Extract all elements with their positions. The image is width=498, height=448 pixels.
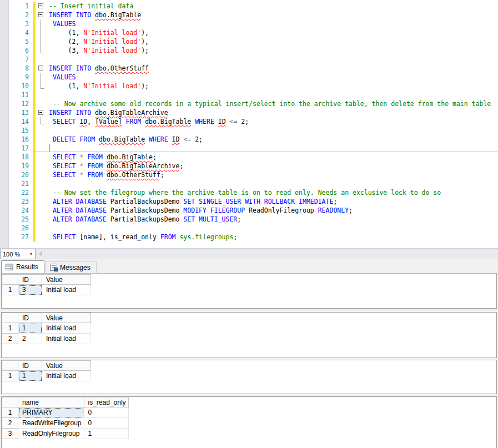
row-number-cell[interactable]: 2 <box>2 334 18 344</box>
data-cell[interactable]: ReadOnlyFilegroup <box>18 429 84 439</box>
code-token: SELECT <box>53 118 79 125</box>
tab-results[interactable]: Results <box>1 260 44 273</box>
row-number-cell[interactable]: 1 <box>2 323 18 334</box>
row-number-cell[interactable]: 2 <box>2 418 18 429</box>
fold-region[interactable] <box>36 2 49 11</box>
line-number: 6 <box>0 46 31 55</box>
editor-line[interactable]: 12 -- Now archive some old records in a … <box>0 99 498 108</box>
selected-cell[interactable]: 3 <box>18 285 42 295</box>
editor-line[interactable]: 3 VALUES <box>0 19 498 28</box>
line-number: 26 <box>0 224 31 233</box>
code-token: ), <box>141 29 149 37</box>
fold-margin <box>36 82 49 90</box>
editor-line[interactable]: 4 (1, N'Initial load'), <box>0 28 498 37</box>
row-number-cell[interactable]: 3 <box>2 429 18 439</box>
data-cell[interactable]: Initial load <box>42 285 91 295</box>
code-token: <= <box>183 135 191 143</box>
tab-messages[interactable]: Messages <box>46 261 97 273</box>
grid-corner-cell[interactable] <box>2 361 18 371</box>
selected-cell[interactable]: 1 <box>18 323 42 334</box>
column-header[interactable]: Value <box>42 275 91 285</box>
code-token: N'Initial load' <box>83 29 141 37</box>
editor-line[interactable]: 15 <box>0 126 498 135</box>
editor-line[interactable]: 1-- Insert initial data <box>0 2 498 11</box>
collapse-minus-icon[interactable] <box>38 110 43 115</box>
data-cell[interactable]: 2 <box>18 334 42 344</box>
editor-line[interactable]: 18 SELECT * FROM dbo.BigTable; <box>0 153 498 162</box>
fold-region[interactable] <box>36 64 49 73</box>
editor-line[interactable]: 20 SELECT * FROM dbo.OtherStuff; <box>0 170 498 179</box>
editor-line[interactable]: 22 -- Now set the filegroup where the ar… <box>0 188 498 197</box>
code-text: (1, N'Initial load'); <box>49 82 498 90</box>
grid-corner-cell[interactable] <box>2 397 18 407</box>
column-header[interactable]: name <box>18 397 84 407</box>
editor-horizontal-scrollbar[interactable] <box>36 249 498 259</box>
editor-line[interactable]: 8INSERT INTO dbo.OtherStuff <box>0 64 498 73</box>
data-cell[interactable]: Initial load <box>42 334 91 344</box>
code-token <box>49 215 53 223</box>
editor-line[interactable]: 16 DELETE FROM dbo.BigTable WHERE ID <= … <box>0 135 498 144</box>
code-token <box>49 189 53 197</box>
editor-line[interactable]: 9 VALUES <box>0 73 498 82</box>
table-row: 3ReadOnlyFilegroup1 <box>2 429 129 439</box>
data-cell[interactable]: Initial load <box>42 371 91 381</box>
fold-region[interactable] <box>36 108 49 117</box>
misspelled-identifier: dbo.OtherStuff <box>107 171 160 179</box>
editor-line[interactable]: 21 <box>0 179 498 188</box>
column-header[interactable]: Value <box>42 313 91 323</box>
editor-line[interactable]: 24 ALTER DATABASE PartialBackupsDemo MOD… <box>0 206 498 215</box>
tab-label: Results <box>16 263 38 271</box>
editor-bottom-bar: 100 % ▾ <box>0 248 498 259</box>
editor-line[interactable]: 7 <box>0 55 498 64</box>
data-cell[interactable]: 0 <box>84 418 128 429</box>
editor-line[interactable]: 6 (3, N'Initial load'); <box>0 46 498 55</box>
editor-line[interactable]: 10 (1, N'Initial load'); <box>0 82 498 90</box>
selected-cell[interactable]: PRIMARY <box>18 407 84 418</box>
code-text <box>49 224 498 233</box>
line-number: 5 <box>0 37 31 46</box>
column-header[interactable]: is_read_only <box>84 397 128 407</box>
row-number-cell[interactable]: 1 <box>2 285 18 295</box>
line-number: 15 <box>0 126 31 135</box>
column-header[interactable]: ID <box>18 275 42 285</box>
editor-line[interactable]: 23 ALTER DATABASE PartialBackupsDemo SET… <box>0 197 498 206</box>
data-cell[interactable]: Initial load <box>42 323 91 334</box>
code-token: PartialBackupsDemo <box>110 207 184 214</box>
chevron-down-icon[interactable]: ▾ <box>27 249 35 259</box>
data-cell[interactable]: ReadWriteFilegroup <box>18 418 84 429</box>
editor-line[interactable]: 27 SELECT [name], is_read_only FROM sys.… <box>0 233 498 241</box>
grid-corner-cell[interactable] <box>2 313 18 323</box>
line-number: 25 <box>0 215 31 224</box>
editor-line[interactable]: 11 <box>0 90 498 99</box>
column-header[interactable]: Value <box>42 361 91 371</box>
column-header[interactable]: ID <box>18 313 42 323</box>
data-cell[interactable]: 0 <box>84 407 128 418</box>
editor-zoom-select[interactable]: 100 % ▾ <box>0 249 36 259</box>
data-cell[interactable]: 1 <box>84 429 128 439</box>
editor-line[interactable]: 14 SELECT ID, [Value] FROM dbo.BigTable … <box>0 117 498 126</box>
editor-line[interactable]: 19 SELECT * FROM dbo.BigTableArchive; <box>0 162 498 170</box>
editor-line[interactable]: 13INSERT INTO dbo.BigTableArchive <box>0 108 498 117</box>
code-text: -- Now archive some old records in a typ… <box>49 99 498 108</box>
grid-corner-cell[interactable] <box>2 275 18 285</box>
fold-margin <box>36 162 49 170</box>
misspelled-identifier: dbo.BigTableArchive <box>107 162 180 170</box>
selected-cell[interactable]: 1 <box>18 371 42 381</box>
line-number: 13 <box>0 108 31 117</box>
fold-region[interactable] <box>36 11 49 19</box>
collapse-minus-icon[interactable] <box>38 12 43 17</box>
row-number-cell[interactable]: 1 <box>2 407 18 418</box>
column-header[interactable]: ID <box>18 361 42 371</box>
editor-line[interactable]: 25 ALTER DATABASE PartialBackupsDemo SET… <box>0 215 498 224</box>
editor-line[interactable]: 2INSERT INTO dbo.BigTable <box>0 11 498 19</box>
scroll-left-arrow-icon[interactable] <box>39 251 42 256</box>
row-number-cell[interactable]: 1 <box>2 371 18 381</box>
editor-line[interactable]: 26 <box>0 224 498 233</box>
sql-editor[interactable]: 1-- Insert initial data2INSERT INTO dbo.… <box>0 0 498 248</box>
editor-line[interactable]: 5 (2, N'Initial load'), <box>0 37 498 46</box>
collapse-minus-icon[interactable] <box>38 66 43 71</box>
code-token: , <box>87 118 95 125</box>
fold-margin <box>36 55 49 64</box>
code-token: ; <box>179 162 183 170</box>
collapse-minus-icon[interactable] <box>38 3 43 8</box>
